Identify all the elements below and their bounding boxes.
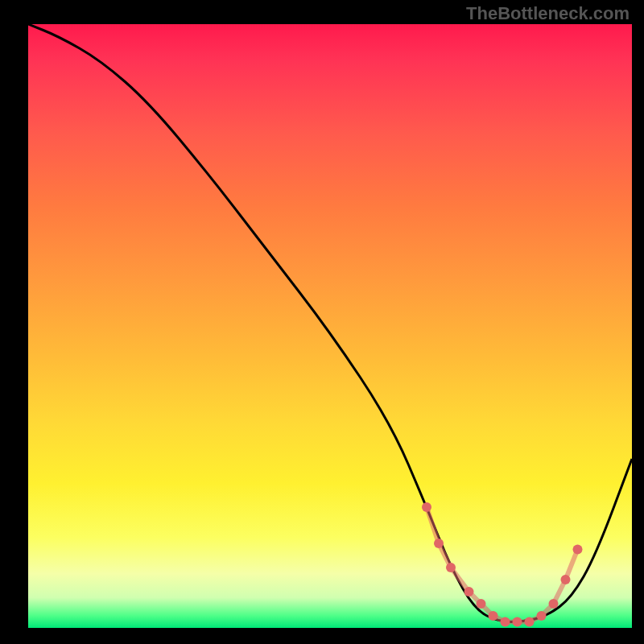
marker-dot xyxy=(422,502,431,512)
bottleneck-curve xyxy=(28,24,632,622)
marker-dot xyxy=(434,539,444,548)
marker-dot xyxy=(464,587,474,597)
curve-svg xyxy=(28,24,632,628)
marker-dot xyxy=(561,575,571,584)
marker-dot xyxy=(549,599,559,609)
plot-area xyxy=(28,24,632,628)
marker-dot xyxy=(573,545,583,555)
watermark-text: TheBottleneck.com xyxy=(466,3,630,24)
marker-dot xyxy=(513,617,522,627)
marker-dot xyxy=(446,563,456,572)
chart-container: TheBottleneck.com xyxy=(0,0,644,644)
marker-dot xyxy=(525,617,535,627)
marker-dot xyxy=(537,611,547,621)
marker-dot xyxy=(489,611,498,621)
marker-dot xyxy=(477,599,486,609)
marker-dot xyxy=(501,617,510,627)
